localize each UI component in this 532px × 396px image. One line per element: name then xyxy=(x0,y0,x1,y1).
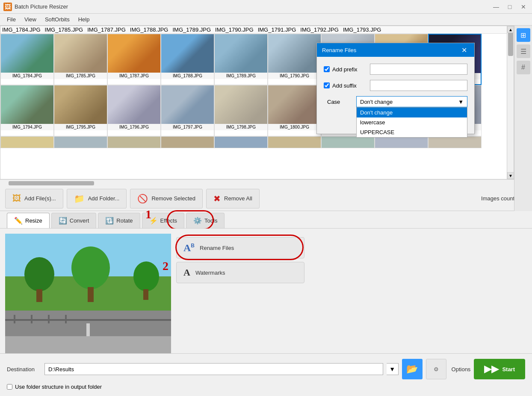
remove-selected-icon: 🚫 xyxy=(137,194,148,204)
add-folder-button[interactable]: 📁 Add Folder... xyxy=(67,189,127,208)
remove-selected-button[interactable]: 🚫 Remove Selected xyxy=(130,189,203,208)
remove-all-label: Remove All xyxy=(224,195,252,202)
window-controls: — □ ✕ xyxy=(491,3,529,11)
add-files-button[interactable]: 🖼 Add File(s)... xyxy=(5,189,63,208)
add-suffix-input[interactable] xyxy=(370,80,467,91)
destination-row: Destination ▼ 📂 ⚙ Options ▶▶ Start xyxy=(7,359,525,379)
rename-dialog-body: Add prefix Add suffix Case Don't change … xyxy=(317,57,474,134)
watermarks-icon: A xyxy=(183,267,190,278)
image-cell[interactable]: IMG_1794.JPG xyxy=(0,85,54,136)
maximize-button[interactable]: □ xyxy=(505,3,515,11)
case-option-lowercase[interactable]: lowercase xyxy=(357,117,467,127)
tools-panel: 2 AB Rename Files A Watermarks xyxy=(171,234,532,358)
start-button[interactable]: ▶▶ Start xyxy=(474,359,525,379)
tab-effects-label: Effects xyxy=(160,217,177,224)
image-cell[interactable]: IMG_1787.JPG xyxy=(107,34,161,85)
add-files-icon: 🖼 xyxy=(12,194,21,203)
svg-point-6 xyxy=(71,246,110,289)
svg-rect-13 xyxy=(31,315,33,323)
tab-convert-label: Convert xyxy=(70,217,89,224)
options-label: Options xyxy=(452,366,471,373)
close-button[interactable]: ✕ xyxy=(518,3,529,11)
add-suffix-checkbox[interactable] xyxy=(324,82,330,88)
image-cell[interactable]: IMG_1798.JPG xyxy=(214,85,268,136)
tab-convert[interactable]: 🔄 Convert xyxy=(51,213,97,228)
scrollbar-thumb[interactable] xyxy=(508,30,513,56)
browse-button[interactable]: 📂 xyxy=(402,359,423,379)
case-option-dont-change[interactable]: Don't change xyxy=(357,108,467,117)
tab-rotate[interactable]: 🔃 Rotate xyxy=(98,213,140,228)
grid-view-button[interactable]: # xyxy=(517,61,530,74)
case-select-value: Don't change xyxy=(360,99,393,105)
step-1-label: 1 xyxy=(145,208,151,221)
folder-structure-row: Use folder structure in output folder xyxy=(7,384,525,390)
add-folder-icon: 📁 xyxy=(74,194,85,204)
svg-rect-7 xyxy=(88,287,94,302)
case-select-container: Don't change ▼ Don't change lowercase UP… xyxy=(356,96,467,107)
svg-rect-15 xyxy=(65,315,67,323)
image-cell[interactable]: IMG_1796.JPG xyxy=(107,85,161,136)
svg-rect-5 xyxy=(36,289,42,302)
menu-bar: File View SoftOrbits Help xyxy=(0,14,532,26)
content-area: 2 AB Rename Files A Watermarks xyxy=(0,229,532,358)
menu-file[interactable]: File xyxy=(3,15,20,24)
image-cell[interactable]: IMG_1797.JPG xyxy=(161,85,214,136)
scroll-up-button[interactable]: ▲ xyxy=(507,26,514,33)
image-cell[interactable]: IMG_1785.JPG xyxy=(54,34,107,85)
toolbar: 🖼 Add File(s)... 📁 Add Folder... 🚫 Remov… xyxy=(0,186,532,211)
horizontal-scrollbar[interactable] xyxy=(0,179,514,186)
rename-files-label: Rename Files xyxy=(200,245,234,251)
minimize-button[interactable]: — xyxy=(491,3,501,11)
app-icon: 🖼 xyxy=(3,3,12,11)
image-cell[interactable]: IMG_1795.JPG xyxy=(54,85,107,136)
thumbnail-view-button[interactable]: ⊞ xyxy=(517,28,530,42)
svg-point-8 xyxy=(133,261,159,291)
scroll-down-button[interactable]: ▼ xyxy=(507,172,514,179)
add-prefix-input[interactable] xyxy=(370,64,467,75)
remove-all-icon: ✖ xyxy=(213,194,221,204)
tab-rotate-label: Rotate xyxy=(116,217,133,224)
preview-image xyxy=(5,234,171,358)
image-cell[interactable]: IMG_1788.JPG xyxy=(161,34,214,85)
start-arrow-icon: ▶▶ xyxy=(484,364,499,375)
filename-header: IMG_1784.JPG xyxy=(2,26,41,33)
destination-input[interactable] xyxy=(44,363,383,375)
case-option-uppercase[interactable]: UPPERCASE xyxy=(357,127,467,137)
svg-rect-10 xyxy=(86,323,90,336)
gear-icon: ⚙ xyxy=(434,366,439,373)
watermarks-button[interactable]: A Watermarks xyxy=(176,262,304,283)
menu-softorbits[interactable]: SoftOrbits xyxy=(41,15,74,24)
tools-icon: ⚙️ xyxy=(193,217,202,225)
add-suffix-label: Add suffix xyxy=(324,82,366,89)
h-scrollbar-thumb[interactable] xyxy=(9,181,94,185)
svg-point-4 xyxy=(24,257,54,291)
app-title: Batch Picture Resizer xyxy=(15,3,491,10)
image-row-partial xyxy=(0,136,514,148)
menu-view[interactable]: View xyxy=(20,15,41,24)
image-cell[interactable]: IMG_1789.JPG xyxy=(214,34,268,85)
options-button[interactable]: ⚙ xyxy=(426,359,446,379)
title-bar: 🖼 Batch Picture Resizer — □ ✕ xyxy=(0,0,532,14)
add-prefix-label: Add prefix xyxy=(324,66,366,73)
remove-all-button[interactable]: ✖ Remove All xyxy=(206,189,260,208)
case-select-button[interactable]: Don't change ▼ xyxy=(356,96,467,107)
rename-files-button[interactable]: AB Rename Files xyxy=(176,237,304,258)
tab-resize[interactable]: ✏️ Resize xyxy=(7,213,50,228)
tab-tools[interactable]: ⚙️ Tools xyxy=(186,213,225,228)
destination-label: Destination xyxy=(7,366,41,373)
rename-dialog-close-button[interactable]: ✕ xyxy=(459,45,469,55)
image-cell[interactable]: IMG_1784.JPG xyxy=(0,34,54,85)
list-view-button[interactable]: ☰ xyxy=(517,44,530,58)
destination-dropdown-button[interactable]: ▼ xyxy=(387,363,399,375)
rename-files-dialog: Rename Files ✕ Add prefix Add suffix Cas… xyxy=(316,43,475,134)
image-cell[interactable]: IMG_1800.JPG xyxy=(268,85,321,136)
rename-dialog-title-text: Rename Files xyxy=(322,47,356,53)
vertical-scrollbar[interactable]: ▲ ▼ xyxy=(507,26,514,179)
tab-resize-label: Resize xyxy=(25,217,42,224)
add-prefix-checkbox[interactable] xyxy=(324,66,330,72)
bottom-area: Destination ▼ 📂 ⚙ Options ▶▶ Start Use f… xyxy=(0,353,532,396)
image-cell[interactable]: IMG_1790.JPG xyxy=(268,34,321,85)
resize-icon: ✏️ xyxy=(14,217,23,225)
folder-structure-checkbox[interactable] xyxy=(7,384,12,390)
menu-help[interactable]: Help xyxy=(74,15,94,24)
